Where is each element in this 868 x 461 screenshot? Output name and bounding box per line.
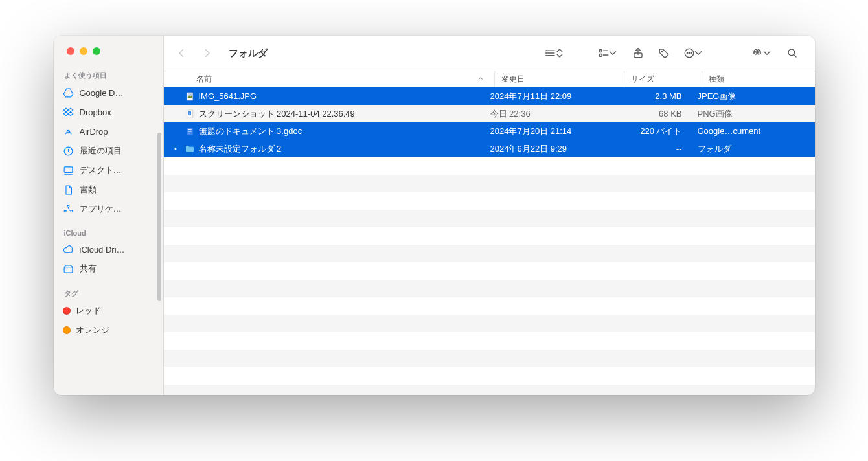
- tags-button[interactable]: [653, 43, 675, 63]
- finder-window: よく使う項目Google D…DropboxAirDrop最近の項目デスクト…書…: [54, 36, 815, 395]
- empty-row: [164, 350, 815, 367]
- svg-point-11: [71, 210, 73, 212]
- sidebar-scrollbar[interactable]: [157, 133, 161, 301]
- svg-marker-0: [63, 89, 73, 97]
- column-header-date-label: 変更日: [501, 74, 525, 85]
- cloud-icon: [63, 243, 74, 255]
- sort-ascending-icon: [477, 74, 484, 84]
- folder-file-icon: [183, 142, 196, 155]
- empty-row: [164, 385, 815, 395]
- back-button[interactable]: [170, 43, 192, 63]
- svg-point-37: [188, 94, 189, 95]
- view-mode-button[interactable]: [540, 43, 570, 63]
- svg-point-24: [661, 51, 662, 52]
- svg-point-9: [67, 205, 69, 207]
- close-window-button[interactable]: [67, 47, 74, 55]
- empty-row: [164, 245, 815, 262]
- svg-point-18: [545, 55, 546, 56]
- column-header-kind[interactable]: 種類: [702, 71, 815, 87]
- file-kind: Google…cument: [691, 126, 815, 136]
- column-header-row: 名前 変更日 サイズ 種類: [164, 71, 815, 87]
- sidebar-item[interactable]: オレンジ: [54, 320, 163, 340]
- sidebar-item[interactable]: デスクト…: [54, 161, 163, 180]
- file-row[interactable]: i スクリーンショット 2024-11-04 22.36.49 今日 22:36…: [164, 105, 815, 122]
- empty-row: [164, 210, 815, 227]
- file-date: 今日 22:36: [484, 108, 613, 120]
- file-name: IMG_5641.JPG: [199, 91, 257, 101]
- empty-row: [164, 280, 815, 297]
- file-row[interactable]: 無題のドキュメント 3.gdoc 2024年7月20日 21:14 220 バイ…: [164, 122, 815, 140]
- sidebar: よく使う項目Google D…DropboxAirDrop最近の項目デスクト…書…: [54, 36, 164, 395]
- column-header-date[interactable]: 変更日: [494, 71, 624, 87]
- file-kind: フォルダ: [691, 143, 815, 155]
- forward-button[interactable]: [196, 43, 218, 63]
- empty-row: [164, 227, 815, 245]
- sidebar-item-label: レッド: [76, 305, 158, 317]
- column-header-name[interactable]: 名前: [196, 71, 494, 87]
- file-row[interactable]: 名称未設定フォルダ 2 2024年6月22日 9:29 -- フォルダ: [164, 140, 815, 157]
- dropbox-toolbar-button[interactable]: [748, 43, 777, 63]
- chevron-down-icon: [607, 47, 619, 59]
- column-header-size[interactable]: サイズ: [624, 71, 702, 87]
- search-button[interactable]: [781, 43, 803, 63]
- dropbox-icon: [63, 106, 74, 118]
- sidebar-item-label: アプリケ…: [80, 203, 158, 215]
- file-date: 2024年6月22日 9:29: [484, 143, 613, 155]
- sidebar-item-label: 共有: [80, 263, 158, 275]
- sidebar-item-label: 書類: [80, 184, 158, 196]
- svg-marker-46: [174, 147, 176, 150]
- chevron-updown-icon: [554, 47, 565, 59]
- column-header-name-label: 名前: [196, 74, 212, 85]
- disclosure-triangle-icon[interactable]: [173, 146, 182, 152]
- zoom-window-button[interactable]: [93, 47, 100, 55]
- sidebar-item-label: デスクト…: [80, 164, 158, 176]
- more-actions-button[interactable]: [679, 43, 709, 63]
- file-row[interactable]: IMG_5641.JPG 2024年7月11日 22:09 2.3 MB JPE…: [164, 87, 815, 105]
- window-title: フォルダ: [229, 47, 268, 60]
- sidebar-item-label: オレンジ: [76, 324, 158, 336]
- file-name: 名称未設定フォルダ 2: [199, 143, 282, 155]
- empty-row: [164, 157, 815, 175]
- sidebar-scroll: よく使う項目Google D…DropboxAirDrop最近の項目デスクト…書…: [54, 55, 163, 395]
- sidebar-item-label: Google D…: [80, 88, 158, 98]
- sidebar-section-title: よく使う項目: [54, 67, 163, 83]
- minimize-window-button[interactable]: [80, 47, 87, 55]
- sidebar-item-label: 最近の項目: [80, 145, 158, 157]
- svg-rect-12: [64, 267, 73, 273]
- clock-icon: [63, 145, 74, 157]
- empty-row: [164, 315, 815, 332]
- group-button[interactable]: [593, 43, 623, 63]
- toolbar: フォルダ: [164, 36, 815, 71]
- svg-point-10: [64, 210, 66, 212]
- sidebar-item[interactable]: 共有: [54, 259, 163, 278]
- svg-text:i: i: [189, 111, 190, 115]
- file-size: 220 バイト: [613, 126, 691, 137]
- sidebar-item[interactable]: Dropbox: [54, 102, 163, 122]
- sidebar-item[interactable]: レッド: [54, 301, 163, 320]
- column-header-size-label: サイズ: [631, 74, 654, 85]
- empty-row: [164, 175, 815, 192]
- tag-color-icon: [63, 326, 71, 334]
- svg-marker-3: [63, 111, 68, 115]
- sidebar-item[interactable]: iCloud Dri…: [54, 240, 163, 259]
- empty-row: [164, 297, 815, 315]
- sidebar-item[interactable]: 最近の項目: [54, 141, 163, 161]
- column-header-kind-label: 種類: [709, 74, 724, 85]
- share-button[interactable]: [627, 43, 649, 63]
- svg-point-28: [691, 52, 692, 54]
- sidebar-item[interactable]: AirDrop: [54, 122, 163, 141]
- main-pane: フォルダ: [164, 36, 815, 395]
- sidebar-item[interactable]: アプリケ…: [54, 199, 163, 219]
- chevron-down-icon: [692, 47, 704, 59]
- tag-color-icon: [63, 307, 71, 315]
- file-kind: PNG画像: [691, 108, 815, 120]
- svg-point-26: [687, 52, 688, 54]
- png-file-icon: i: [183, 107, 196, 120]
- sidebar-item[interactable]: Google D…: [54, 83, 163, 102]
- jpg-file-icon: [183, 90, 196, 103]
- sidebar-item[interactable]: 書類: [54, 180, 163, 199]
- svg-marker-1: [63, 108, 68, 112]
- svg-point-17: [545, 53, 546, 54]
- file-size: 2.3 MB: [613, 91, 691, 101]
- chevron-down-icon: [761, 47, 773, 59]
